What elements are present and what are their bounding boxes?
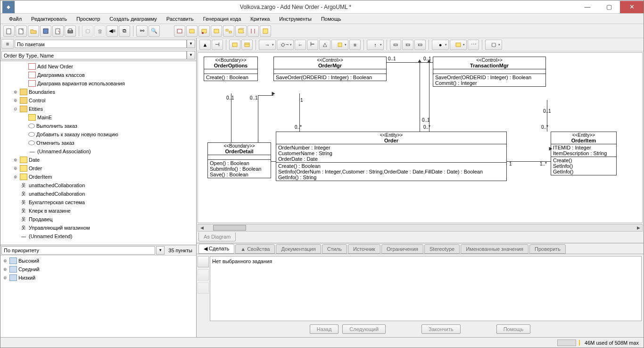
finish-button[interactable]: Закончить — [421, 324, 461, 334]
open-button[interactable] — [16, 25, 27, 37]
help-button[interactable]: Помощь — [496, 324, 531, 334]
back-button[interactable]: Назад — [310, 324, 339, 334]
new-button[interactable] — [3, 25, 15, 37]
uml-orderoptions[interactable]: <<Boundary>>OrderOptions Create() : Bool… — [204, 57, 258, 81]
tree-item[interactable]: ⊕Boundaries — [0, 88, 196, 96]
next-button[interactable]: Следующий — [342, 324, 386, 334]
menu-generate[interactable]: Генерация кода — [198, 15, 246, 23]
link-tool[interactable]: ⋯ — [468, 40, 479, 50]
gener-tool[interactable]: ← — [295, 40, 306, 50]
tab-documentation[interactable]: Документация — [276, 244, 321, 254]
tab-todo[interactable]: ◀ Сделать — [198, 244, 234, 254]
tab-source[interactable]: Источник — [348, 244, 380, 254]
tab-style[interactable]: Стиль — [322, 244, 347, 254]
folder-button[interactable] — [28, 25, 39, 37]
tree-item[interactable]: Отменить заказ — [0, 139, 196, 147]
print-button[interactable] — [65, 25, 76, 37]
uml-orderdetail[interactable]: <<Boundary>>OrderDetail Open() : Boolean… — [207, 142, 271, 178]
menu-create[interactable]: Создать диаграмму — [105, 15, 162, 23]
save-button[interactable] — [40, 25, 51, 37]
diag-class-button[interactable] — [174, 25, 185, 37]
diag-other-button[interactable] — [260, 25, 271, 37]
export-button[interactable] — [52, 25, 64, 37]
menu-critique[interactable]: Критика — [246, 15, 274, 23]
select-tool[interactable]: ▲ — [199, 40, 211, 50]
diagram-canvas[interactable]: <<Boundary>>OrderOptions Create() : Bool… — [198, 52, 643, 223]
tree-item[interactable]: 옷Управляющий магазином — [0, 224, 196, 232]
tree-item[interactable]: 옷Бухгалтерская система — [0, 198, 196, 207]
tree-item[interactable]: —(Unnamed Association) — [0, 147, 196, 156]
diag-state-button[interactable] — [198, 25, 210, 37]
order-dropdown[interactable]: ▼ — [187, 51, 195, 59]
comment-tool[interactable] — [450, 40, 467, 50]
note-tool[interactable]: ● — [432, 40, 449, 50]
order-combo[interactable]: Order By Type, Name — [1, 51, 187, 59]
menu-help[interactable]: Помощь — [316, 15, 346, 23]
new-todo-button[interactable] — [198, 256, 209, 267]
minimize-button[interactable]: — — [577, 1, 598, 13]
tree-item[interactable]: MainE — [0, 113, 196, 122]
menu-view[interactable]: Просмотр — [72, 15, 105, 23]
todo-group[interactable]: ⊕Низкий — [0, 273, 196, 282]
todo-dropdown[interactable]: ▼ — [156, 246, 165, 255]
diag-seq-button[interactable] — [248, 25, 259, 37]
attr-tool[interactable]: ≡ — [349, 40, 361, 50]
aggreg-tool[interactable]: ◇→ — [277, 40, 294, 50]
class-tool[interactable] — [229, 40, 240, 50]
class2-tool[interactable] — [241, 40, 253, 50]
broom-tool[interactable]: ⊣ — [212, 40, 223, 50]
close-button[interactable]: ✕ — [620, 1, 644, 13]
tree-item[interactable]: Add New Order — [0, 62, 196, 71]
perspective-icon[interactable]: ≡ — [1, 39, 14, 49]
tree-item[interactable]: Добавить к заказу новую позицию — [0, 130, 196, 139]
tree-item[interactable]: Диаграмма классов — [0, 71, 196, 79]
tree-item[interactable]: 옷Клерк в магазине — [0, 207, 196, 215]
uml-ordermgr[interactable]: <<Control>>OrderMgr SaveOrder(ORDERID : … — [273, 57, 387, 81]
todo-group[interactable]: ⊕Высокий — [0, 257, 196, 265]
menu-file[interactable]: Файл — [4, 15, 26, 23]
perspective-dropdown[interactable]: ▼ — [187, 40, 195, 48]
tab-properties[interactable]: ▲ Свойства — [235, 244, 275, 254]
tab-constraints[interactable]: Ограничения — [381, 244, 423, 254]
up-tool[interactable]: ↑ — [367, 40, 384, 50]
diag-usecase-button[interactable] — [186, 25, 198, 37]
tab-tagged[interactable]: Именованные значения — [461, 244, 528, 254]
tree-item[interactable]: 옷unattachedCollaboration — [0, 181, 196, 190]
tree-item[interactable]: ⊕OrderItem — [0, 173, 196, 181]
rect-tool[interactable]: ▢ — [485, 40, 502, 50]
pkg3-tool[interactable]: ▭ — [414, 40, 426, 50]
tree-item[interactable]: —(Unnamed Extend) — [0, 232, 196, 240]
tab-stereotype[interactable]: Stereotype — [424, 244, 460, 254]
menu-edit[interactable]: Редактировать — [26, 15, 72, 23]
tree-item[interactable]: ⊕Date — [0, 156, 196, 164]
tree-item[interactable]: 옷unattachedCollaboration — [0, 190, 196, 198]
canvas-hscrollbar[interactable]: ◀▶ — [198, 224, 643, 232]
tab-check[interactable]: Проверить — [529, 244, 566, 254]
diag-activity-button[interactable] — [211, 25, 222, 37]
nav-config-button[interactable]: ⧉ — [119, 25, 130, 37]
zoom-button[interactable]: 🔍 — [149, 25, 160, 37]
tree-item[interactable]: ⊖Etities — [0, 105, 196, 113]
dep-tool[interactable] — [331, 40, 348, 50]
interf-tool[interactable]: ⊢ — [307, 40, 318, 50]
nav-back-button[interactable]: ◀≡ — [107, 25, 118, 37]
todo-group[interactable]: ⊕Средний — [0, 265, 196, 273]
todo-tree[interactable]: ⊕Высокий⊕Средний⊕Низкий — [0, 256, 196, 337]
canvas-tab-diagram[interactable]: As Diagram — [198, 232, 236, 241]
uml-order[interactable]: <<Entity>>Order OrderNumber : IntegerCus… — [276, 132, 507, 181]
tree-item[interactable]: ⊕Order — [0, 164, 196, 173]
uml-transactionmgr[interactable]: <<Control>>TransactionMgr SaveOrder(ORDE… — [433, 57, 546, 87]
real-tool[interactable]: △ — [319, 40, 330, 50]
tree-item[interactable]: Диаграма вариантов использования — [0, 79, 196, 88]
assoc-tool[interactable]: → — [259, 40, 276, 50]
menu-tools[interactable]: Инструменты — [274, 15, 316, 23]
diag-deploy-button[interactable] — [235, 25, 247, 37]
explorer-tree[interactable]: Add New OrderДиаграмма классовДиаграма в… — [0, 61, 196, 245]
todo-combo[interactable]: По приоритету — [1, 246, 155, 255]
menu-arrange[interactable]: Расставить — [162, 15, 198, 23]
diag-collab-button[interactable] — [223, 25, 234, 37]
perspective-combo[interactable]: По пакетам — [15, 40, 187, 48]
tree-item[interactable]: ⊕Control — [0, 96, 196, 105]
find-button[interactable]: ⚯ — [136, 25, 148, 37]
uml-orderitem[interactable]: <<Entity>>OrderItem ITEMID : IntegerItem… — [551, 132, 617, 175]
